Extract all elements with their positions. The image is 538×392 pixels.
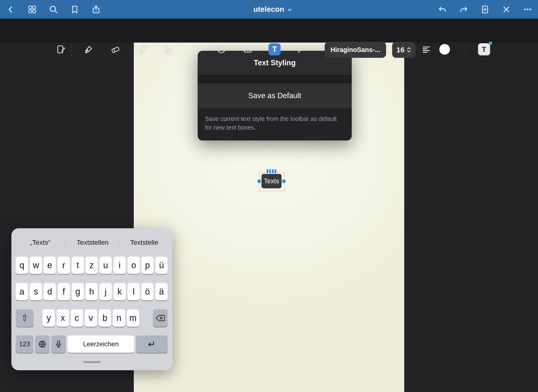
highlighter-tool-button[interactable] [137,44,148,55]
key-e[interactable]: e [44,257,56,274]
add-page-icon [480,5,490,14]
key-h[interactable]: h [85,283,98,300]
back-button[interactable] [6,4,16,15]
elements-star-icon [217,44,226,54]
key-c[interactable]: c [71,309,83,327]
key-f[interactable]: f [58,283,70,300]
page-edit-icon [56,44,66,54]
key-p[interactable]: p [141,257,154,274]
key-k[interactable]: k [113,283,126,300]
thumbnails-grid-icon [28,5,37,14]
thumbnails-button[interactable] [27,4,37,15]
undo-button[interactable] [437,4,448,15]
key-ue[interactable]: ü [155,257,168,274]
elements-tool-button[interactable] [216,44,227,55]
key-i[interactable]: i [113,257,126,274]
shapes-tool-button[interactable] [162,44,174,55]
microphone-icon [54,340,63,348]
suggestion-3[interactable]: Textstelle [130,235,158,250]
key-n[interactable]: n [113,309,125,327]
backspace-key[interactable] [153,309,168,327]
key-q[interactable]: q [16,257,28,274]
font-size-stepper[interactable]: 16 [392,42,415,58]
globe-key[interactable] [35,335,50,353]
laser-pointer-tool-button[interactable] [295,44,307,55]
textbox-resize-handle-right[interactable] [282,179,286,183]
numbers-key[interactable]: 123 [16,335,33,353]
text-tool-button-selected[interactable]: T [269,43,281,55]
pen-icon [84,44,93,54]
suggestion-1[interactable]: „Texts“ [30,235,50,250]
top-bar-right-group [437,0,533,19]
text-align-button[interactable] [420,44,432,55]
shift-icon: ⇧ [21,314,28,322]
key-oe[interactable]: ö [141,283,154,300]
key-y[interactable]: y [43,309,55,327]
lasso-icon [190,44,200,54]
key-g[interactable]: g [72,283,84,300]
key-b[interactable]: b [99,309,111,327]
key-w[interactable]: w [30,257,42,274]
font-family-button[interactable]: HiraginoSans-... [325,42,386,58]
key-j[interactable]: j [99,283,112,300]
key-ae[interactable]: ä [155,283,168,300]
key-m[interactable]: m [127,309,139,327]
search-icon [49,5,58,14]
key-l[interactable]: l [127,283,140,300]
share-button[interactable] [91,4,101,15]
save-as-default-button[interactable]: Save as Default [198,83,352,108]
share-icon [91,5,101,14]
top-navigation-bar: utelecon [0,0,538,19]
page-edit-tool-button[interactable] [55,44,67,55]
document-title-button[interactable]: utelecon [253,0,292,19]
key-r[interactable]: r [58,257,70,274]
title-chevron-down-icon [287,7,292,13]
suggestion-separator [65,239,66,247]
space-key[interactable]: Leerzeichen [67,335,134,353]
selected-textbox[interactable]: Texts [262,174,282,188]
more-ellipsis-icon [523,5,532,14]
key-o[interactable]: o [127,257,140,274]
text-style-presets-button[interactable]: T ♥ [478,43,490,55]
return-key[interactable]: ↵ [136,335,168,353]
close-icon [502,5,511,14]
suggestion-bar: „Texts“ Textstellen Textstelle [11,235,172,250]
key-u[interactable]: u [99,257,112,274]
key-x[interactable]: x [57,309,69,327]
textbox-text: Texts [264,178,279,185]
bookmark-button[interactable] [70,4,80,15]
text-tool-glyph: T [272,45,277,54]
redo-icon [459,5,468,14]
search-button[interactable] [48,4,59,15]
keyboard-drag-handle[interactable] [83,361,101,363]
dictation-key[interactable] [51,335,66,353]
backspace-icon [155,314,165,322]
more-button[interactable] [523,4,533,15]
redo-button[interactable] [459,4,469,15]
photo-icon [243,44,253,54]
stepper-chevrons-icon [407,46,411,53]
eraser-tool-button[interactable] [110,44,121,55]
bookmark-icon [70,5,79,14]
suggestion-2[interactable]: Textstellen [77,235,109,250]
key-t[interactable]: t [72,257,84,274]
close-button[interactable] [501,4,511,15]
style-presets-glyph: T [482,45,486,53]
key-s[interactable]: s [30,283,42,300]
lasso-tool-button[interactable] [189,44,201,55]
shift-key[interactable]: ⇧ [16,309,34,327]
back-chevron-icon [7,5,15,14]
textbox-move-handle[interactable] [267,169,276,173]
key-v[interactable]: v [85,309,97,327]
key-a[interactable]: a [16,283,28,300]
pen-tool-button[interactable] [83,44,94,55]
return-icon: ↵ [148,340,156,349]
photo-tool-button[interactable] [242,44,254,55]
key-d[interactable]: d [44,283,56,300]
textbox-resize-handle-left[interactable] [257,179,261,183]
eraser-icon [111,44,120,54]
add-page-button[interactable] [480,4,490,15]
text-color-swatch[interactable] [439,44,450,55]
laser-pointer-icon [296,44,306,54]
key-z[interactable]: z [85,257,98,274]
